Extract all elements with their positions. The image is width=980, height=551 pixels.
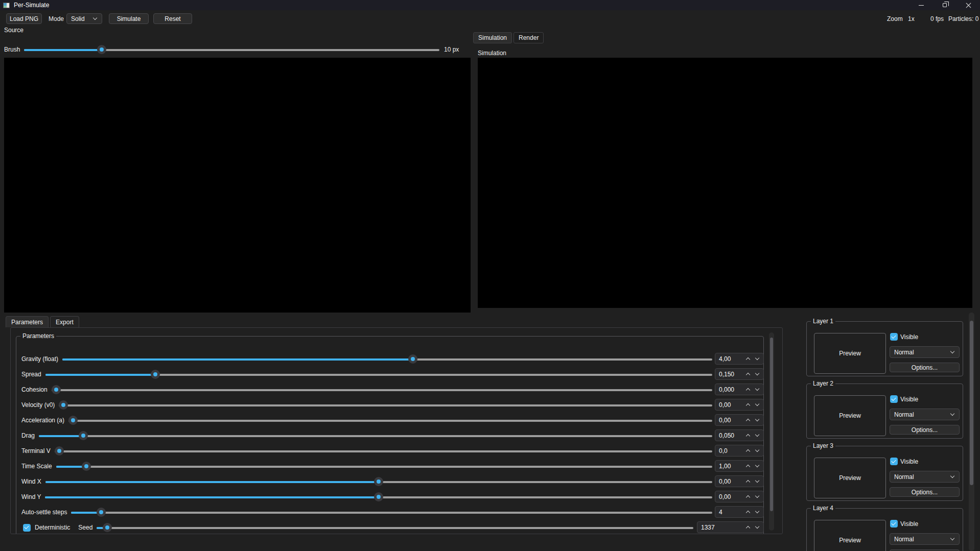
wind-x-spinbox[interactable]: 0,00	[715, 475, 764, 487]
slider-thumb[interactable]	[97, 45, 106, 54]
layer-3-blend-select[interactable]: Normal	[890, 471, 960, 483]
slider-track[interactable]	[59, 404, 712, 406]
slider-track[interactable]	[97, 527, 693, 529]
layer-1-options-button[interactable]: Options...	[890, 363, 960, 372]
slider-thumb[interactable]	[374, 492, 383, 501]
parameters-scrollbar[interactable]	[769, 332, 774, 531]
auto-settle-slider[interactable]	[71, 508, 712, 517]
layer-1-blend-select[interactable]: Normal	[890, 346, 960, 358]
spin-up-icon[interactable]	[746, 433, 751, 438]
layer-3-visible-checkbox[interactable]	[890, 458, 898, 465]
seed-slider[interactable]	[97, 523, 693, 533]
acceleration-slider[interactable]	[68, 416, 712, 425]
drag-slider[interactable]	[39, 431, 712, 441]
slider-track[interactable]	[52, 389, 712, 391]
terminal-v-slider[interactable]	[55, 446, 712, 456]
spin-down-icon[interactable]	[755, 479, 760, 484]
spread-spinbox[interactable]: 0,150	[715, 368, 764, 380]
spin-up-icon[interactable]	[746, 525, 751, 530]
spin-down-icon[interactable]	[755, 387, 760, 392]
layer-2-blend-select[interactable]: Normal	[890, 409, 960, 420]
slider-thumb[interactable]	[103, 523, 112, 532]
layer-4-visible-checkbox[interactable]	[890, 520, 898, 528]
layer-1-preview[interactable]: Preview	[814, 333, 886, 374]
tab-export[interactable]: Export	[50, 316, 79, 327]
tab-parameters[interactable]: Parameters	[6, 316, 49, 327]
zoom-value[interactable]: 1x	[908, 15, 915, 22]
velocity-slider[interactable]	[59, 400, 712, 410]
slider-thumb[interactable]	[151, 370, 160, 379]
spin-down-icon[interactable]	[755, 356, 760, 361]
simulation-canvas[interactable]	[478, 58, 972, 308]
layer-3-preview[interactable]: Preview	[814, 458, 886, 498]
slider-thumb[interactable]	[97, 508, 106, 517]
reset-button[interactable]: Reset	[153, 13, 192, 24]
source-canvas[interactable]	[4, 58, 471, 313]
spin-down-icon[interactable]	[755, 525, 760, 530]
mode-select[interactable]: Solid	[66, 13, 102, 24]
layer-2-preview[interactable]: Preview	[814, 395, 886, 436]
load-png-button[interactable]: Load PNG	[6, 13, 42, 24]
simulate-button[interactable]: Simulate	[109, 13, 149, 24]
spread-slider[interactable]	[45, 370, 712, 379]
slider-track[interactable]	[39, 435, 712, 437]
spin-up-icon[interactable]	[746, 402, 751, 407]
drag-spinbox[interactable]: 0,050	[715, 429, 764, 441]
slider-track[interactable]	[68, 420, 712, 422]
slider-thumb[interactable]	[82, 462, 91, 471]
spin-up-icon[interactable]	[746, 510, 751, 514]
slider-thumb[interactable]	[374, 477, 383, 486]
wind-y-spinbox[interactable]: 0,00	[715, 491, 764, 502]
spin-up-icon[interactable]	[746, 479, 751, 484]
gravity-slider[interactable]	[62, 354, 712, 364]
seed-spinbox[interactable]: 1337	[697, 521, 764, 533]
slider-thumb[interactable]	[408, 354, 417, 364]
spin-down-icon[interactable]	[755, 510, 760, 514]
layer-4-preview[interactable]: Preview	[814, 520, 886, 551]
parameters-scrollbar-thumb[interactable]	[770, 338, 773, 511]
layers-scrollbar-thumb[interactable]	[970, 321, 973, 485]
auto-settle-spinbox[interactable]: 4	[715, 506, 764, 518]
spin-down-icon[interactable]	[755, 494, 760, 499]
spin-up-icon[interactable]	[746, 418, 751, 422]
minimize-button[interactable]	[909, 0, 933, 10]
time-scale-spinbox[interactable]: 1,00	[715, 460, 764, 472]
velocity-spinbox[interactable]: 0,00	[715, 399, 764, 411]
slider-thumb[interactable]	[52, 385, 61, 394]
spin-down-icon[interactable]	[755, 418, 760, 422]
spin-up-icon[interactable]	[746, 448, 751, 453]
spin-down-icon[interactable]	[755, 372, 760, 376]
terminal-v-spinbox[interactable]: 0,0	[715, 445, 764, 457]
cohesion-spinbox[interactable]: 0,000	[715, 384, 764, 395]
close-button[interactable]	[956, 0, 980, 10]
slider-track[interactable]	[56, 466, 712, 468]
slider-thumb[interactable]	[68, 416, 78, 425]
gravity-spinbox[interactable]: 4,00	[715, 353, 764, 365]
layer-4-blend-select[interactable]: Normal	[890, 533, 960, 545]
time-scale-slider[interactable]	[56, 462, 712, 471]
maximize-button[interactable]	[933, 0, 956, 10]
tab-simulation[interactable]: Simulation	[473, 32, 512, 43]
slider-track[interactable]	[55, 450, 712, 452]
spin-up-icon[interactable]	[746, 356, 751, 361]
tab-render[interactable]: Render	[514, 32, 544, 43]
wind-y-slider[interactable]	[45, 492, 712, 502]
spin-up-icon[interactable]	[746, 387, 751, 392]
slider-thumb[interactable]	[79, 431, 88, 440]
slider-track[interactable]	[71, 512, 712, 514]
spin-down-icon[interactable]	[755, 448, 760, 453]
spin-down-icon[interactable]	[755, 464, 760, 468]
spin-up-icon[interactable]	[746, 494, 751, 499]
acceleration-spinbox[interactable]: 0,00	[715, 414, 764, 426]
deterministic-checkbox[interactable]	[23, 524, 31, 532]
layer-1-visible-checkbox[interactable]	[890, 333, 898, 341]
brush-slider[interactable]	[24, 45, 439, 55]
wind-x-slider[interactable]	[45, 477, 712, 487]
spin-down-icon[interactable]	[755, 402, 760, 407]
layer-2-options-button[interactable]: Options...	[890, 425, 960, 435]
layer-3-options-button[interactable]: Options...	[890, 487, 960, 497]
layer-2-visible-checkbox[interactable]	[890, 395, 898, 403]
slider-thumb[interactable]	[59, 400, 68, 410]
cohesion-slider[interactable]	[52, 385, 712, 395]
slider-thumb[interactable]	[55, 446, 64, 456]
